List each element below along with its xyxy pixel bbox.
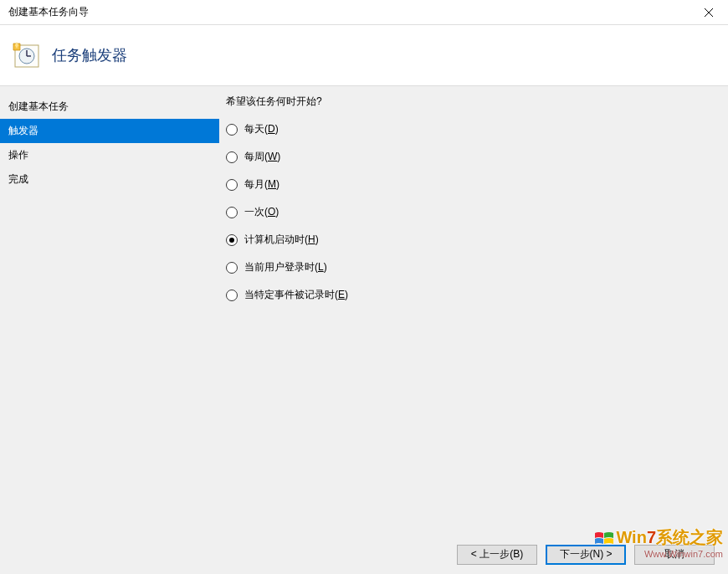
sidebar-item-label: 创建基本任务 (8, 100, 69, 112)
sidebar-item-create-task[interactable]: 创建基本任务 (0, 95, 219, 119)
radio-option-daily[interactable]: 每天(D) (226, 122, 720, 136)
window-title: 创建基本任务向导 (8, 5, 89, 19)
button-label: < 上一步(B) (471, 547, 523, 561)
radio-icon (226, 179, 238, 191)
wizard-content: 希望该任务何时开始? 每天(D) 每周(W) 每月(M) 一次(O) 计算机启动… (219, 86, 728, 537)
sidebar-item-action[interactable]: 操作 (0, 143, 219, 167)
radio-label: 每周(W) (244, 150, 280, 164)
radio-option-startup[interactable]: 计算机启动时(H) (226, 233, 720, 247)
wizard-steps-sidebar: 创建基本任务 触发器 操作 完成 (0, 86, 219, 537)
sidebar-item-label: 操作 (8, 149, 28, 161)
radio-icon (226, 151, 238, 163)
radio-icon (226, 207, 238, 218)
radio-label: 每月(M) (244, 177, 279, 192)
wizard-body: 创建基本任务 触发器 操作 完成 希望该任务何时开始? 每天(D) 每周(W) … (0, 85, 728, 537)
radio-option-once[interactable]: 一次(O) (226, 205, 720, 219)
sidebar-item-label: 触发器 (8, 125, 38, 136)
close-icon (705, 8, 713, 17)
radio-icon (226, 262, 238, 274)
radio-icon (226, 234, 238, 246)
page-title: 任务触发器 (52, 45, 127, 65)
wizard-footer: < 上一步(B) 下一步(N) > 取消 (0, 534, 728, 574)
radio-icon (226, 124, 238, 136)
radio-option-event[interactable]: 当特定事件被记录时(E) (226, 288, 720, 302)
sidebar-item-finish[interactable]: 完成 (0, 167, 219, 192)
sidebar-item-trigger[interactable]: 触发器 (0, 119, 219, 143)
wizard-header: 任务触发器 (0, 25, 728, 85)
cancel-button[interactable]: 取消 (634, 545, 715, 565)
radio-option-weekly[interactable]: 每周(W) (226, 150, 720, 164)
task-clock-icon (12, 40, 42, 70)
radio-icon (226, 290, 238, 301)
radio-option-monthly[interactable]: 每月(M) (226, 177, 720, 192)
radio-option-logon[interactable]: 当前用户登录时(L) (226, 260, 720, 274)
sidebar-item-label: 完成 (8, 173, 28, 185)
close-button[interactable] (690, 0, 728, 25)
titlebar: 创建基本任务向导 (0, 0, 728, 25)
radio-label: 一次(O) (244, 205, 279, 219)
radio-label: 当特定事件被记录时(E) (244, 288, 348, 302)
button-label: 取消 (664, 547, 684, 561)
radio-label: 计算机启动时(H) (244, 233, 319, 247)
next-button[interactable]: 下一步(N) > (546, 545, 626, 565)
back-button[interactable]: < 上一步(B) (457, 545, 537, 565)
radio-label: 当前用户登录时(L) (244, 260, 327, 274)
radio-label: 每天(D) (244, 122, 279, 136)
button-label: 下一步(N) > (560, 547, 613, 561)
trigger-question: 希望该任务何时开始? (226, 95, 720, 109)
